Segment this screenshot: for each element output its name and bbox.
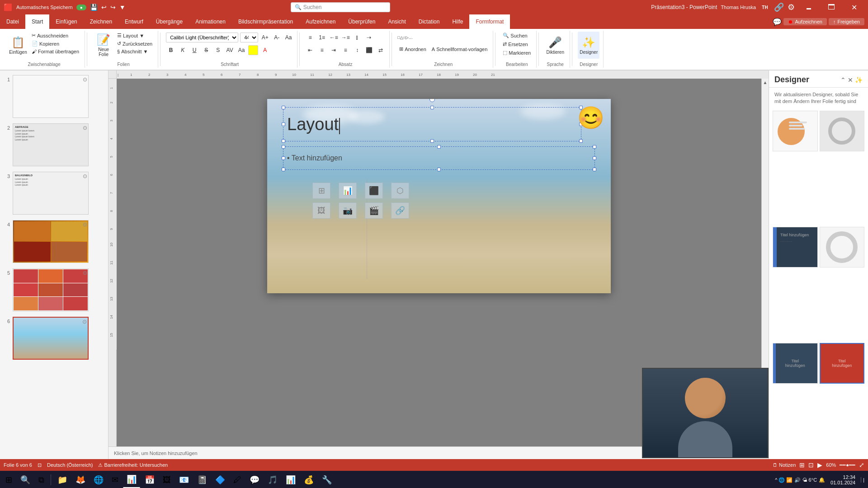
font-family-select[interactable]: Calibri Light (Überschrifter) (166, 33, 238, 42)
indent-more-button[interactable]: →≡ (340, 33, 350, 42)
close-button[interactable]: ✕ (844, 0, 864, 14)
markieren-button[interactable]: ⬚ Markieren (501, 49, 533, 56)
maximize-button[interactable]: 🗖 (821, 0, 842, 14)
handle-ml[interactable] (282, 122, 285, 126)
aufzeichnen-button[interactable]: ⏺ Aufzeichnen (783, 18, 827, 25)
taskbar-outlook[interactable]: ✉ (108, 472, 122, 488)
taskbar-calendar[interactable]: 📅 (141, 472, 158, 488)
highlight-button[interactable]: A (248, 45, 258, 55)
format-transfer-button[interactable]: 🖌 Format übertragen (30, 48, 81, 55)
content-handle-br[interactable] (593, 168, 596, 171)
layout-button[interactable]: ☰ Layout ▼ (115, 32, 154, 39)
taskbar-pen[interactable]: 🖊 (230, 472, 245, 488)
slide-thumb-1[interactable]: 1 ⊙ (2, 74, 106, 119)
accessibility-label[interactable]: ⚠ Barrierefreiheit: Untersuchen (98, 462, 168, 468)
draw-shapes-row[interactable]: □△○▷… (397, 33, 413, 42)
justify-button[interactable]: ≡ (340, 45, 350, 55)
notes-toggle[interactable]: 🗒 Notizen (773, 462, 796, 468)
content-handle-tl[interactable] (282, 145, 285, 149)
handle-tc[interactable] (430, 106, 434, 109)
handle-br[interactable] (579, 139, 583, 143)
content-handle-bc[interactable] (437, 168, 441, 171)
bullets-button[interactable]: ≡ (305, 33, 315, 42)
anordnen-button[interactable]: ⊞ Anordnen (397, 45, 428, 53)
zoom-slider[interactable]: ━━●━━ (840, 462, 855, 468)
align-right-button[interactable]: ⇥ (329, 45, 339, 55)
content-handle-bl[interactable] (282, 168, 285, 171)
design-card-6[interactable]: Titel hinzufügen (820, 343, 865, 384)
zuruecksetzen-button[interactable]: ↺ Zurücksetzen (115, 40, 154, 47)
tab-einfuegen[interactable]: Einfügen (49, 14, 83, 29)
picture-icon[interactable]: 🖼 (312, 202, 330, 219)
design-card-3[interactable]: Titel hinzufügen ............ (773, 227, 818, 267)
slide-thumb-6[interactable]: 6 ⊙ (2, 316, 106, 361)
diktieren-button[interactable]: 🎤 Diktieren (544, 32, 566, 59)
tab-zeichnen[interactable]: Zeichnen (84, 14, 118, 29)
search-taskbar-button[interactable]: 🔍 (17, 472, 34, 488)
tab-animationen[interactable]: Animationen (189, 14, 232, 29)
taskbar-chrome[interactable]: 🌐 (90, 472, 107, 488)
slide-title-text[interactable]: Layout (283, 115, 340, 134)
3d-icon[interactable]: ⬡ (391, 183, 409, 199)
increase-font-button[interactable]: A+ (260, 33, 270, 42)
handle-tl[interactable] (282, 106, 285, 109)
bold-button[interactable]: B (166, 45, 176, 55)
columns-button[interactable]: ⫿ (352, 33, 362, 42)
designer-close-button[interactable]: ✕ (848, 76, 853, 84)
comment-icon[interactable]: 💬 (773, 18, 782, 26)
tab-ueberpruefen[interactable]: Überprüfen (342, 14, 382, 29)
undo-icon[interactable]: ↩ (101, 4, 107, 11)
slide-thumb-3[interactable]: 3 BALKENBILD Lorem ipsumLorem ipsumLorem… (2, 171, 106, 216)
start-button[interactable]: ⊞ (2, 472, 16, 488)
taskbar-spotify[interactable]: 🎵 (264, 472, 281, 488)
handle-bc[interactable] (430, 139, 434, 143)
shadow-button[interactable]: S (213, 45, 223, 55)
taskbar-system-tray[interactable]: ^ 🌐 📶 🔊 (775, 477, 800, 483)
rtl-button[interactable]: ⇢ (364, 33, 374, 42)
show-desktop-button[interactable]: | (861, 477, 866, 483)
tab-datei[interactable]: Datei (0, 14, 25, 29)
ersetzen-button[interactable]: ⇄ Ersetzen (501, 40, 529, 48)
design-card-1[interactable] (773, 111, 818, 151)
tab-formformat[interactable]: Formformat (469, 14, 510, 29)
title-textbox[interactable]: Layout (283, 107, 581, 141)
freigeben-button[interactable]: ↑ Freigeben (829, 18, 864, 25)
taskbar-powerpoint[interactable]: 📊 (123, 472, 140, 488)
convert-button[interactable]: ⇄ (376, 45, 386, 55)
taskbar-firefox[interactable]: 🦊 (72, 472, 89, 488)
tab-dictation[interactable]: Dictation (412, 14, 446, 29)
spacing-button[interactable]: AV (225, 45, 235, 55)
indent-less-button[interactable]: ←≡ (329, 33, 339, 42)
link-icon[interactable]: 🔗 (391, 202, 409, 219)
taskbar-teams[interactable]: 💬 (246, 472, 263, 488)
search-bar[interactable]: 🔍 Suchen (291, 2, 390, 12)
taskbar-money[interactable]: 💰 (300, 472, 317, 488)
slide-thumb-5[interactable]: 5 ⊙ (2, 267, 106, 312)
more-icon[interactable]: ▼ (119, 4, 126, 11)
chart-icon[interactable]: 📊 (339, 183, 357, 199)
designer-button[interactable]: ✨ Designer (578, 32, 599, 59)
autosave-toggle[interactable]: ● (76, 5, 86, 10)
slide-thumb-4[interactable]: 4 ⊙ (2, 219, 106, 264)
scroll-up-button[interactable]: ▲ (762, 79, 769, 86)
schnell-button[interactable]: A Schnellformat-vorlagen (430, 46, 489, 53)
taskbar-notification-button[interactable]: 🔔 (819, 477, 825, 483)
smartart-icon[interactable]: ⬛ (365, 183, 383, 199)
content-handle-tr[interactable] (593, 145, 596, 149)
video-icon[interactable]: 🎬 (365, 202, 383, 219)
tab-bildschirm[interactable]: Bildschirmpräsentation (232, 14, 299, 29)
italic-button[interactable]: K (178, 45, 188, 55)
slide-thumb-2[interactable]: 2 ABFRAGE Lorem ipsum loremLorem ipsumLo… (2, 122, 106, 167)
suchen-button[interactable]: 🔍 Suchen (501, 32, 529, 39)
content-textbox[interactable]: • Text hinzufügen (283, 146, 595, 170)
tab-ansicht[interactable]: Ansicht (382, 14, 412, 29)
table-icon[interactable]: ⊞ (312, 183, 330, 199)
save-icon[interactable]: 💾 (90, 4, 98, 11)
decrease-font-button[interactable]: A- (272, 33, 282, 42)
clear-format-button[interactable]: Aa (283, 33, 293, 42)
tab-entwurf[interactable]: Entwurf (118, 14, 150, 29)
align-center-button[interactable]: ≡ (317, 45, 327, 55)
minimize-button[interactable]: 🗕 (798, 0, 819, 14)
taskbar-photos[interactable]: 🖼 (159, 472, 175, 488)
designer-collapse-button[interactable]: ⌃ (840, 76, 846, 84)
